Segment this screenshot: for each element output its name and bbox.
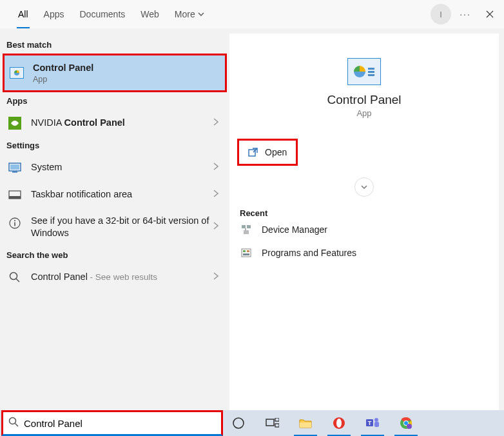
file-explorer-icon <box>298 417 313 429</box>
svg-point-36 <box>404 421 408 425</box>
svg-rect-33 <box>374 422 379 427</box>
teams-icon: T <box>365 417 380 430</box>
search-scope-tabs: All Apps Documents Web More I ··· <box>0 0 504 28</box>
svg-rect-3 <box>12 172 17 173</box>
result-type: App <box>33 75 93 84</box>
svg-rect-8 <box>14 222 15 226</box>
open-icon <box>248 147 258 157</box>
tab-more-label: More <box>175 9 195 19</box>
taskbar-teams-button[interactable]: T <box>363 414 382 432</box>
svg-text:T: T <box>368 420 372 426</box>
cortana-icon <box>232 417 245 430</box>
svg-rect-18 <box>243 250 246 252</box>
chrome-icon <box>400 417 412 430</box>
chevron-right-icon <box>213 272 219 283</box>
svg-rect-20 <box>243 253 249 255</box>
recent-device-manager[interactable]: Device Manager <box>237 218 491 241</box>
result-title: System <box>31 161 213 174</box>
control-panel-icon <box>347 58 381 85</box>
control-panel-icon <box>10 66 24 80</box>
taskbar-opera-button[interactable] <box>330 414 348 432</box>
svg-point-7 <box>14 219 15 221</box>
close-button[interactable] <box>480 4 500 25</box>
svg-point-29 <box>336 419 342 428</box>
programs-icon <box>240 246 253 259</box>
result-system[interactable]: System <box>3 154 227 181</box>
svg-rect-15 <box>244 230 249 234</box>
nvidia-icon <box>8 116 22 130</box>
result-taskbar-notification[interactable]: Taskbar notification area <box>3 181 227 208</box>
open-label: Open <box>265 147 287 157</box>
recent-programs-features[interactable]: Programs and Features <box>237 241 491 264</box>
svg-point-32 <box>374 418 378 422</box>
svg-rect-17 <box>242 249 251 257</box>
tab-web[interactable]: Web <box>133 0 167 28</box>
svg-rect-19 <box>247 250 249 252</box>
svg-rect-5 <box>9 196 21 199</box>
svg-rect-11 <box>249 150 255 156</box>
user-avatar-button[interactable]: I <box>431 4 451 25</box>
search-box[interactable] <box>1 410 223 436</box>
svg-point-21 <box>10 418 16 424</box>
result-web-control-panel[interactable]: Control Panel - See web results <box>3 264 227 291</box>
chevron-right-icon <box>213 221 219 233</box>
taskbar-icon <box>8 188 22 202</box>
search-results-pane: Best match Control Panel App Apps NVIDIA… <box>0 28 229 410</box>
section-settings: Settings <box>3 137 227 154</box>
result-title: NVIDIA Control Panel <box>31 117 213 130</box>
chevron-right-icon <box>213 162 219 173</box>
result-title: Taskbar notification area <box>31 188 213 201</box>
taskbar-cortana-button[interactable] <box>229 414 247 432</box>
section-search-web: Search the web <box>3 246 227 264</box>
svg-point-9 <box>10 272 17 279</box>
system-icon <box>8 161 22 175</box>
taskbar: T <box>0 410 504 436</box>
result-nvidia-control-panel[interactable]: NVIDIA Control Panel <box>3 110 227 137</box>
close-icon <box>486 10 494 18</box>
recent-item-label: Device Manager <box>262 224 327 235</box>
section-apps: Apps <box>3 92 227 110</box>
recent-label: Recent <box>240 208 491 218</box>
result-control-panel[interactable]: Control Panel App <box>3 54 227 92</box>
tab-more[interactable]: More <box>167 0 212 28</box>
chevron-down-icon <box>360 183 368 191</box>
tab-apps[interactable]: Apps <box>36 0 72 28</box>
search-input[interactable] <box>24 418 216 429</box>
svg-rect-26 <box>275 424 279 427</box>
chevron-right-icon <box>213 189 219 201</box>
expand-button[interactable] <box>354 177 374 197</box>
svg-rect-25 <box>275 418 279 421</box>
result-title: See if you have a 32-bit or 64-bit versi… <box>31 215 213 240</box>
svg-rect-24 <box>266 419 274 426</box>
svg-rect-13 <box>242 225 246 228</box>
search-icon <box>8 417 19 430</box>
taskbar-explorer-button[interactable] <box>296 414 315 432</box>
info-icon <box>8 216 22 230</box>
section-best-match: Best match <box>3 36 227 54</box>
chevron-right-icon <box>213 117 219 129</box>
device-manager-icon <box>240 223 253 236</box>
result-detail-pane: Control Panel App Open Recent Device Man… <box>229 34 499 410</box>
taskbar-taskview-button[interactable] <box>263 414 281 432</box>
svg-rect-27 <box>300 422 311 428</box>
result-title: Control Panel - See web results <box>31 271 213 284</box>
recent-item-label: Programs and Features <box>262 248 356 258</box>
svg-rect-2 <box>10 164 19 170</box>
open-button[interactable]: Open <box>237 139 298 166</box>
svg-point-37 <box>407 424 412 429</box>
taskbar-chrome-button[interactable] <box>397 414 415 432</box>
search-icon <box>8 270 22 284</box>
taskview-icon <box>265 418 279 428</box>
svg-rect-14 <box>247 225 251 228</box>
tab-documents[interactable]: Documents <box>72 0 133 28</box>
tab-all[interactable]: All <box>10 0 36 28</box>
svg-line-22 <box>15 424 19 427</box>
chevron-down-icon <box>198 11 204 17</box>
result-32bit-64bit[interactable]: See if you have a 32-bit or 64-bit versi… <box>3 208 227 246</box>
detail-type: App <box>356 108 371 118</box>
detail-title: Control Panel <box>327 93 401 107</box>
opera-icon <box>333 417 345 430</box>
svg-line-10 <box>16 279 19 282</box>
svg-point-23 <box>233 418 244 428</box>
more-options-button[interactable]: ··· <box>455 4 476 25</box>
